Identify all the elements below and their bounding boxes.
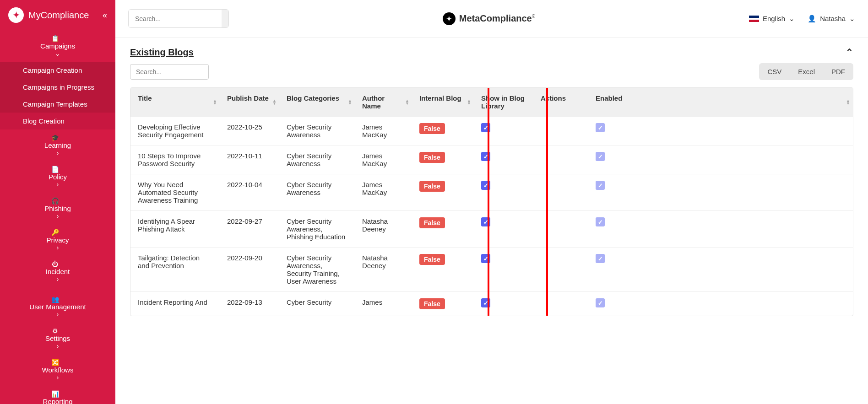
nav-item-reporting[interactable]: 📊Reporting›: [0, 386, 115, 404]
show-checkbox[interactable]: ✓: [481, 254, 490, 263]
nav-label: Blog Creation: [23, 117, 107, 125]
chevron-right-icon: ›: [57, 181, 59, 188]
blogs-table-wrapper: Title▲▼ Publish Date▲▼ Blog Categories▲▼…: [130, 87, 853, 316]
enabled-checkbox[interactable]: ✓: [596, 298, 605, 307]
cell-date: 2022-10-25: [220, 117, 279, 145]
enabled-checkbox[interactable]: ✓: [596, 254, 605, 263]
show-checkbox[interactable]: ✓: [481, 152, 490, 161]
export-pdf-button[interactable]: PDF: [823, 63, 853, 80]
search-input[interactable]: [129, 10, 222, 27]
nav-item-campaigns[interactable]: 📋Campaigns⌄: [0, 30, 115, 62]
nav-label: Policy: [49, 173, 67, 181]
nav-label: Campaign Creation: [23, 66, 107, 74]
nav-subitem-campaign-templates[interactable]: Campaign Templates: [0, 96, 115, 113]
export-csv-button[interactable]: CSV: [759, 63, 790, 80]
cell-date: 2022-10-04: [220, 174, 279, 211]
cell-title: Developing Effective Security Engagement: [130, 117, 220, 145]
enabled-checkbox[interactable]: ✓: [596, 152, 605, 161]
nav-item-incident[interactable]: ⏻Incident›: [0, 256, 115, 287]
table-row: 10 Steps To Improve Password Security202…: [130, 145, 853, 174]
nav-label: Learning: [44, 141, 71, 149]
header-brand-area: ✦ MetaCompliance®: [238, 12, 740, 25]
sort-icon: ▲▼: [272, 99, 277, 105]
nav-label: Phishing: [44, 205, 71, 212]
chevron-right-icon: ›: [57, 212, 59, 220]
chevron-right-icon: ›: [57, 342, 59, 350]
cell-enabled: ✓: [588, 248, 853, 292]
export-excel-button[interactable]: Excel: [790, 63, 823, 80]
cell-show-library: ✓: [474, 211, 533, 248]
table-search-input[interactable]: [130, 64, 209, 80]
cell-internal: False: [412, 292, 474, 316]
th-author[interactable]: Author Name▲▼: [355, 88, 412, 117]
nav-item-user-management[interactable]: 👥User Management›: [0, 291, 115, 323]
show-checkbox[interactable]: ✓: [481, 298, 490, 307]
show-checkbox[interactable]: ✓: [481, 123, 490, 132]
enabled-checkbox[interactable]: ✓: [596, 181, 605, 190]
nav-item-learning[interactable]: 🎓Learning›: [0, 129, 115, 161]
th-internal[interactable]: Internal Blog▲▼: [412, 88, 474, 117]
false-badge: False: [419, 123, 445, 134]
nav-label: Campaign Templates: [23, 100, 107, 108]
nav-subitem-campaigns-in-progress[interactable]: Campaigns in Progress: [0, 79, 115, 96]
nav-subitem-campaign-creation[interactable]: Campaign Creation: [0, 62, 115, 79]
false-badge: False: [419, 181, 445, 192]
enabled-checkbox[interactable]: ✓: [596, 217, 605, 226]
th-categories[interactable]: Blog Categories▲▼: [279, 88, 355, 117]
nav-subitem-blog-creation[interactable]: Blog Creation: [0, 113, 115, 129]
cell-title: Identifying A Spear Phishing Attack: [130, 211, 220, 248]
cell-show-library: ✓: [474, 117, 533, 145]
false-badge: False: [419, 217, 445, 228]
cell-categories: Cyber Security: [279, 292, 355, 316]
th-enabled[interactable]: Enabled▲▼: [588, 88, 853, 117]
brand-logo-icon: ✦: [443, 12, 456, 25]
flag-icon: [749, 16, 759, 22]
cell-actions: [533, 292, 588, 316]
user-menu[interactable]: 👤 Natasha ⌄: [808, 15, 855, 23]
chevron-right-icon: ›: [57, 374, 59, 381]
main-content: Existing Blogs ⌃ CSV Excel PDF Title▲▼ P…: [115, 38, 868, 404]
cell-show-library: ✓: [474, 292, 533, 316]
table-row: Developing Effective Security Engagement…: [130, 117, 853, 145]
sort-icon: ▲▼: [405, 99, 409, 105]
cell-show-library: ✓: [474, 174, 533, 211]
false-badge: False: [419, 152, 445, 163]
cell-enabled: ✓: [588, 292, 853, 316]
export-button-group: CSV Excel PDF: [759, 63, 853, 80]
cell-author: James MacKay: [355, 117, 412, 145]
nav-item-settings[interactable]: ⚙Settings›: [0, 323, 115, 354]
nav-item-phishing[interactable]: 🎧Phishing›: [0, 193, 115, 224]
cell-enabled: ✓: [588, 145, 853, 174]
cell-enabled: ✓: [588, 117, 853, 145]
cell-internal: False: [412, 248, 474, 292]
cell-date: 2022-09-13: [220, 292, 279, 316]
sidebar-collapse-icon[interactable]: «: [103, 11, 107, 20]
cell-title: Why You Need Automated Security Awarenes…: [130, 174, 220, 211]
cell-enabled: ✓: [588, 211, 853, 248]
nav-label: Campaigns: [40, 42, 75, 50]
enabled-checkbox[interactable]: ✓: [596, 123, 605, 132]
sidebar-header: ✦ MyCompliance «: [0, 0, 115, 30]
nav-item-privacy[interactable]: 🔑Privacy›: [0, 224, 115, 256]
th-title[interactable]: Title▲▼: [130, 88, 220, 117]
th-publish-date[interactable]: Publish Date▲▼: [220, 88, 279, 117]
nav-label: Reporting: [43, 398, 72, 404]
nav-label: Incident: [46, 268, 70, 275]
th-show-library[interactable]: Show in Blog Library: [474, 88, 533, 117]
cell-show-library: ✓: [474, 248, 533, 292]
show-checkbox[interactable]: ✓: [481, 217, 490, 226]
search-button[interactable]: 🔍: [222, 10, 229, 27]
nav-icon: 🔀: [50, 359, 60, 366]
nav-item-policy[interactable]: 📄Policy›: [0, 161, 115, 193]
language-selector[interactable]: English ⌄: [749, 15, 795, 23]
cell-show-library: ✓: [474, 145, 533, 174]
table-row: Incident Reporting And2022-09-13Cyber Se…: [130, 292, 853, 316]
table-row: Why You Need Automated Security Awarenes…: [130, 174, 853, 211]
cell-actions: [533, 211, 588, 248]
sort-icon: ▲▼: [213, 99, 217, 105]
section-collapse-icon[interactable]: ⌃: [846, 47, 853, 58]
show-checkbox[interactable]: ✓: [481, 181, 490, 190]
app-title: MyCompliance: [28, 10, 98, 21]
nav-item-workflows[interactable]: 🔀Workflows›: [0, 354, 115, 386]
cell-date: 2022-09-20: [220, 248, 279, 292]
